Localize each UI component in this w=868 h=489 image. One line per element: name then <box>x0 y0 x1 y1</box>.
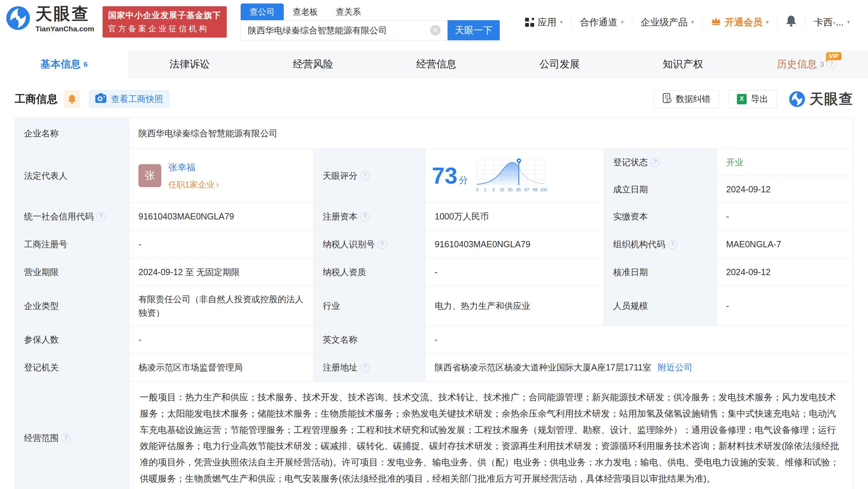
taxpayer-id-label: 纳税人识别号 <box>323 238 375 251</box>
chevron-right-icon: › <box>216 178 219 191</box>
credit-code-label-cell: 统一社会信用代码 ? <box>15 203 129 230</box>
legal-rep-label: 法定代表人 <box>15 149 129 202</box>
help-icon[interactable]: ? <box>96 212 105 221</box>
reg-address-value: 陕西省杨凌示范区杨凌大道种业国际大厦A座17层1711室 <box>435 361 651 374</box>
help-icon[interactable]: ? <box>360 363 369 372</box>
score-label-cell: 天眼评分 ? <box>313 149 425 202</box>
legal-rep-companies-link[interactable]: 任职1家企业 › <box>168 178 219 191</box>
industry-label: 行业 <box>313 286 425 326</box>
company-type-value: 有限责任公司（非自然人投资或控股的法人独资） <box>129 286 313 326</box>
tab-development[interactable]: 公司发展 <box>498 50 621 78</box>
tab-ip[interactable]: 知识产权 <box>621 50 745 78</box>
help-icon[interactable]: ? <box>360 212 369 221</box>
search-input[interactable] <box>248 25 430 35</box>
establish-date-value: 2024-09-12 <box>717 176 853 202</box>
tab-history-label: 历史信息 <box>777 57 817 71</box>
table-row: 企业类型 有限责任公司（非自然人投资或控股的法人独资） 行业 电力、热力生产和供… <box>15 286 853 326</box>
score-unit: 分 <box>459 173 468 187</box>
avatar[interactable]: 张 <box>138 164 161 187</box>
search-tab-boss[interactable]: 查老板 <box>284 3 327 20</box>
svg-text:99: 99 <box>533 187 538 192</box>
org-code-value: MAE0NGLA-7 <box>717 231 853 258</box>
notification-bell[interactable] <box>777 15 805 30</box>
company-name-label: 企业名称 <box>15 118 129 149</box>
taxpayer-id-value: 91610403MAE0NGLA79 <box>425 231 604 258</box>
table-row: 经营范围 ? 一般项目：热力生产和供应；技术服务、技术开发、技术咨询、技术交流、… <box>15 381 853 489</box>
approval-date-value: 2024-09-12 <box>717 258 853 286</box>
taxpayer-id-label-cell: 纳税人识别号 ? <box>313 231 425 258</box>
export-button[interactable]: X 导出 <box>728 90 777 108</box>
data-correction-button[interactable]: 数据纠错 <box>654 90 719 108</box>
help-icon[interactable]: ? <box>360 171 369 180</box>
tab-risk[interactable]: 经营风险 <box>251 50 375 78</box>
tab-ip-label: 知识产权 <box>663 57 703 71</box>
svg-text:85: 85 <box>516 187 521 192</box>
nearby-companies-link[interactable]: 附近公司 <box>658 361 692 374</box>
user-menu[interactable]: 卡西·... ▾ <box>805 16 858 29</box>
reg-address-label-cell: 注册地址 ? <box>313 354 425 381</box>
english-name-label: 英文名称 <box>313 326 425 353</box>
reg-capital-label: 注册资本 <box>323 210 357 223</box>
insured-count-label: 参保人数 <box>15 326 129 353</box>
logo-title: 天眼查 <box>35 5 94 23</box>
nav-item-partner[interactable]: 合作通道 ▾ <box>571 16 632 29</box>
svg-text:97: 97 <box>525 187 530 192</box>
clear-search-icon[interactable]: ✕ <box>430 25 441 35</box>
tab-history-count: 3 <box>820 60 824 69</box>
staff-size-value: - <box>717 286 853 326</box>
crown-icon <box>711 16 721 28</box>
company-type-label: 企业类型 <box>15 286 129 326</box>
legal-rep-name-link[interactable]: 张幸福 <box>168 160 219 174</box>
insured-count-value: - <box>129 326 313 353</box>
help-icon[interactable]: ? <box>668 240 677 249</box>
business-term-label: 营业期限 <box>15 258 129 286</box>
header-nav: 应用 ▾ 合作通道 ▾ 企业级产品 ▾ 开通会 <box>517 15 858 30</box>
help-icon[interactable]: ? <box>827 60 836 69</box>
table-row: 统一社会信用代码 ? 91610403MAE0NGLA79 注册资本 ? 100… <box>15 202 853 230</box>
gov-badge: 国家中小企业发展子基金旗下 官方备案企业征信机构 <box>103 6 227 38</box>
search-button[interactable]: 天眼一下 <box>448 20 500 40</box>
org-code-label: 组织机构代码 <box>613 238 665 251</box>
chevron-down-icon: ▾ <box>560 19 563 25</box>
business-scope-label: 经营范围 <box>24 431 59 445</box>
svg-text:15: 15 <box>500 187 505 192</box>
help-icon[interactable]: ? <box>651 158 660 167</box>
nav-item-apps[interactable]: 应用 ▾ <box>517 16 571 29</box>
tianyancha-company-page: 天眼查 TianYanCha.com 国家中小企业发展子基金旗下 官方备案企业征… <box>0 0 868 489</box>
score-number: 73 <box>432 164 457 187</box>
bell-icon <box>786 15 797 30</box>
tab-basic-info[interactable]: 基本信息 6 <box>0 50 128 78</box>
tab-legal[interactable]: 法律诉讼 <box>128 50 251 78</box>
help-icon[interactable]: ? <box>378 240 387 249</box>
snapshot-label: 查看工商快照 <box>111 93 163 105</box>
help-icon[interactable]: ? <box>62 433 71 442</box>
tab-basic-count: 6 <box>83 60 88 69</box>
table-row: 企业名称 陕西华电绿秦综合智慧能源有限公司 <box>15 118 853 149</box>
nav-item-vip[interactable]: 开通会员 ▾ <box>702 16 777 29</box>
business-scope-value: 一般项目：热力生产和供应；技术服务、技术开发、技术咨询、技术交流、技术转让、技术… <box>129 382 853 489</box>
tianyancha-logo[interactable]: 天眼查 TianYanCha.com <box>6 5 94 33</box>
score-label: 天眼评分 <box>323 169 357 183</box>
reg-capital-label-cell: 注册资本 ? <box>313 203 425 230</box>
subscribe-bell-button[interactable] <box>64 90 80 109</box>
excel-icon: X <box>737 94 747 104</box>
snapshot-button[interactable]: 查看工商快照 <box>89 90 169 108</box>
header: 天眼查 TianYanCha.com 国家中小企业发展子基金旗下 官方备案企业征… <box>0 0 868 50</box>
svg-text:100: 100 <box>540 187 547 192</box>
table-row: 法定代表人 张 张幸福 任职1家企业 › 登记状态 ? <box>15 149 853 202</box>
company-tab-bar: 基本信息 6 法律诉讼 经营风险 经营信息 公司发展 知识产权 VIP 历史信息… <box>0 50 868 78</box>
nav-item-enterprise[interactable]: 企业级产品 ▾ <box>632 16 702 29</box>
approval-date-label: 核准日期 <box>604 258 717 286</box>
svg-text:0: 0 <box>476 187 479 192</box>
search-tab-company[interactable]: 查公司 <box>241 3 284 20</box>
score-distribution-chart: 0 1 3 15 50 85 97 99 100 <box>474 158 548 193</box>
tab-history[interactable]: VIP 历史信息 3 ? <box>745 50 868 78</box>
section-title: 工商信息 <box>15 92 58 106</box>
chevron-down-icon: ▾ <box>691 19 694 25</box>
paid-capital-value: - <box>717 203 853 230</box>
tab-operation[interactable]: 经营信息 <box>375 50 498 78</box>
reg-address-value-cell: 陕西省杨凌示范区杨凌大道种业国际大厦A座17层1711室 附近公司 <box>425 354 853 381</box>
search-tab-relation[interactable]: 查关系 <box>327 3 370 20</box>
legal-rep-info: 张幸福 任职1家企业 › <box>168 160 219 191</box>
section-toolbar: 工商信息 查看工商快照 <box>15 89 853 109</box>
